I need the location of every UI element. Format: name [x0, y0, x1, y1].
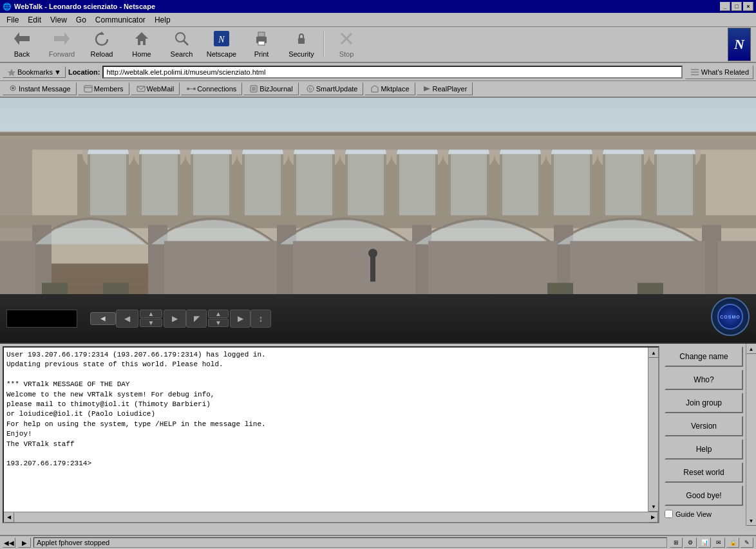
- svg-marker-0: [14, 32, 30, 45]
- location-label: Location:: [68, 68, 100, 76]
- look-right-btn[interactable]: ▶: [230, 310, 250, 328]
- right-scrollbar[interactable]: ▲ ▼: [746, 344, 756, 526]
- title-bar: 🌐 WebTalk - Leonardo scienziato - Netsca…: [0, 0, 756, 13]
- netscape-button[interactable]: N Netscape: [202, 28, 241, 60]
- nav-left-btn[interactable]: ◀: [116, 310, 138, 328]
- back-button[interactable]: Back: [3, 28, 41, 60]
- connections-button[interactable]: Connections: [181, 82, 242, 95]
- change-name-button[interactable]: Change name: [665, 346, 743, 367]
- menu-view[interactable]: View: [46, 14, 71, 26]
- chat-area: ▲ ▼ User 193.207.66.179:2314 (193.207.66…: [3, 346, 659, 523]
- search-button[interactable]: Search: [162, 28, 201, 60]
- menu-go[interactable]: Go: [72, 14, 90, 26]
- right-scroll-up[interactable]: ▲: [746, 344, 757, 354]
- status-mail-icon[interactable]: ✉: [712, 537, 725, 548]
- minimize-button[interactable]: _: [720, 2, 730, 11]
- menu-file[interactable]: File: [3, 14, 23, 26]
- forward-nav-button[interactable]: ▶: [18, 537, 31, 548]
- security-button[interactable]: Security: [282, 28, 321, 60]
- nav-up-btn[interactable]: ▲: [140, 310, 162, 318]
- svg-line-5: [184, 41, 188, 45]
- guide-view-checkbox[interactable]: [665, 510, 673, 518]
- title-bar-controls[interactable]: _ □ ×: [720, 2, 753, 11]
- forward-icon: [53, 31, 71, 49]
- look-cluster: ◤ ▲ ▼ ▶: [186, 310, 250, 328]
- maximize-button[interactable]: □: [732, 2, 742, 11]
- svg-rect-99: [657, 154, 693, 218]
- status-chart-icon[interactable]: 📊: [698, 537, 711, 548]
- vrml-view[interactable]: ◀ ◀ ▲ ▼ ▶: [0, 98, 756, 342]
- reload-button[interactable]: Reload: [82, 28, 121, 60]
- menu-edit[interactable]: Edit: [24, 14, 45, 26]
- scene-wrapper: ◀ ◀ ▲ ▼ ▶: [0, 98, 756, 342]
- look-upleft-btn[interactable]: ◤: [186, 310, 207, 328]
- toolbar-separator: [323, 32, 325, 57]
- svg-point-119: [368, 249, 377, 258]
- status-lock-icon[interactable]: 🔒: [726, 537, 739, 548]
- svg-rect-10: [258, 41, 265, 45]
- svg-point-26: [193, 88, 196, 90]
- status-text: Applet fphover stopped: [33, 537, 667, 548]
- look-down-btn[interactable]: ▼: [208, 319, 229, 327]
- name-display: [6, 310, 77, 328]
- forward-button[interactable]: Forward: [43, 28, 81, 60]
- join-group-button[interactable]: Join group: [665, 393, 743, 413]
- right-scroll-down[interactable]: ▼: [746, 516, 757, 526]
- menu-bar: File Edit View Go Communicator Help: [0, 13, 756, 27]
- smartupdate-button[interactable]: ↻ SmartUpdate: [300, 82, 364, 95]
- stop-button[interactable]: Stop: [327, 28, 366, 60]
- svg-marker-33: [424, 86, 430, 91]
- back-nav-button[interactable]: ◀◀: [3, 537, 15, 548]
- svg-point-4: [176, 33, 185, 42]
- webmail-button[interactable]: WebMail: [131, 82, 180, 95]
- status-gear-icon[interactable]: ⚙: [684, 537, 697, 548]
- guide-view-row: Guide View: [665, 510, 743, 518]
- svg-rect-9: [258, 32, 265, 37]
- good-bye-button[interactable]: Good bye!: [665, 485, 743, 506]
- svg-text:↻: ↻: [308, 87, 312, 91]
- status-pencil-icon[interactable]: ✎: [741, 537, 753, 548]
- print-icon: [254, 31, 269, 49]
- realplayer-button[interactable]: RealPlayer: [417, 82, 473, 95]
- chat-scrollbar[interactable]: ▲ ▼: [648, 348, 658, 512]
- members-button[interactable]: Members: [78, 82, 129, 95]
- scroll-up-arrow[interactable]: ▲: [648, 348, 659, 358]
- rotate-cluster: ↕: [250, 310, 271, 328]
- nav-down-btn[interactable]: ▼: [140, 319, 162, 327]
- rotate-btn[interactable]: ↕: [250, 310, 271, 328]
- window-title: WebTalk - Leonardo scienziato - Netscape: [14, 3, 155, 10]
- chat-log: User 193.207.66.179:2314 (193.207.66.179…: [4, 348, 658, 512]
- status-bar: ◀◀ ▶ Applet fphover stopped ⊞ ⚙ 📊 ✉ 🔒 ✎: [0, 535, 756, 549]
- svg-rect-95: [451, 154, 487, 218]
- scroll-down-arrow[interactable]: ▼: [648, 501, 659, 512]
- cosmo-button[interactable]: COSMO: [711, 297, 750, 336]
- cosmo-label: COSMO: [720, 315, 740, 319]
- version-button[interactable]: Version: [665, 416, 743, 436]
- print-button[interactable]: Print: [242, 28, 281, 60]
- hscroll-left-arrow[interactable]: ◀: [4, 512, 14, 523]
- hscroll-right-arrow[interactable]: ▶: [648, 512, 658, 523]
- instant-message-button[interactable]: Instant Message: [3, 82, 77, 95]
- nav-right-btn[interactable]: ▶: [164, 310, 186, 328]
- mktplace-button[interactable]: Mktplace: [364, 82, 415, 95]
- whats-related-button[interactable]: What's Related: [685, 65, 753, 79]
- main-content: ◀ ◀ ▲ ▼ ▶: [0, 98, 756, 535]
- side-buttons: Change name Who? Join group Version Help…: [662, 344, 746, 526]
- close-button[interactable]: ×: [743, 2, 753, 11]
- home-button[interactable]: Home: [122, 28, 161, 60]
- help-button[interactable]: Help: [665, 439, 743, 460]
- bookmarks-button[interactable]: Bookmarks ▼: [3, 66, 66, 78]
- svg-marker-14: [8, 69, 15, 76]
- reset-world-button[interactable]: Reset world: [665, 462, 743, 483]
- netscape-icon: N: [214, 31, 229, 49]
- bizjournal-button[interactable]: BizJournal: [243, 82, 298, 95]
- who-button[interactable]: Who?: [665, 369, 743, 390]
- menu-help[interactable]: Help: [151, 14, 175, 26]
- volume-control[interactable]: ◀: [90, 312, 116, 325]
- chat-hscroll[interactable]: ◀ ▶: [4, 512, 658, 522]
- personal-toolbar: Instant Message Members WebMail Connecti…: [0, 81, 756, 98]
- look-up-btn[interactable]: ▲: [208, 310, 229, 318]
- menu-communicator[interactable]: Communicator: [91, 14, 149, 26]
- status-grid-icon[interactable]: ⊞: [670, 537, 683, 548]
- location-input[interactable]: [102, 66, 682, 79]
